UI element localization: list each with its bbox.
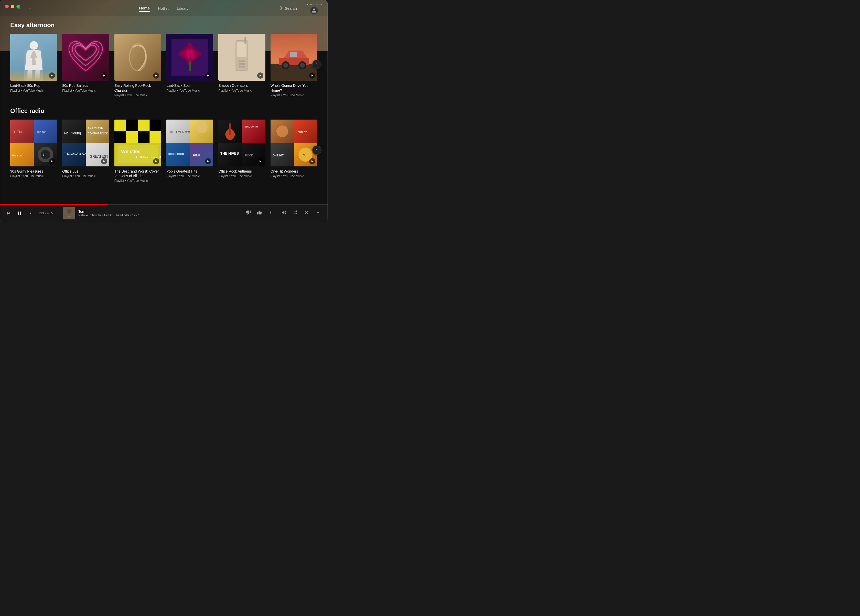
svg-text:PINK: PINK	[193, 154, 201, 157]
svg-marker-35	[259, 75, 261, 77]
card-one-hit-wonders[interactable]: Louretta ONE HIT ☀	[270, 119, 317, 178]
section-office-radio: Office radio LEN Hanson	[10, 107, 317, 183]
card-thumb-covers: Whistles FUNKY DANCE	[115, 119, 161, 167]
svg-rect-2	[30, 41, 38, 50]
close-button[interactable]	[5, 5, 9, 8]
svg-text:THE HIVES: THE HIVES	[220, 152, 239, 156]
svg-marker-21	[207, 75, 209, 77]
svg-text:FUNKY DANCE: FUNKY DANCE	[136, 155, 161, 159]
card-thumb-one-hit: Louretta ONE HIT ☀	[270, 119, 317, 167]
card-title-office-rock: Office Rock Anthems	[218, 169, 265, 174]
card-easy-rolling-pop-rock[interactable]: Easy Rolling Pop-Rock Classics Playlist …	[115, 34, 161, 97]
expand-button[interactable]	[313, 209, 322, 217]
search-icon	[278, 6, 282, 10]
section-title-office-radio: Office radio	[10, 107, 44, 115]
card-thumb-office-rock: AEROSMITH THE HIVES ROCK	[218, 119, 265, 167]
pause-button[interactable]	[16, 209, 24, 217]
svg-text:LEN: LEN	[14, 130, 22, 134]
card-title-90s-guilty: 90s Guilty Pleasures	[10, 169, 57, 174]
like-button[interactable]	[255, 209, 264, 217]
card-smooth-operators[interactable]: Smooth Operators Playlist • YouTube Musi…	[218, 34, 265, 93]
office-radio-cards: LEN Hanson Hanson	[10, 119, 317, 183]
search-area[interactable]: Search	[278, 6, 297, 11]
skip-forward-button[interactable]	[28, 210, 34, 217]
play-btn-office-80s[interactable]	[101, 158, 107, 164]
svg-text:Hanson: Hanson	[12, 154, 22, 157]
play-btn-office-rock[interactable]	[257, 158, 264, 164]
shuffle-button[interactable]	[302, 209, 311, 217]
svg-rect-20	[189, 61, 191, 71]
traffic-lights	[5, 5, 20, 8]
svg-rect-37	[270, 64, 317, 81]
card-subtitle-80s-ballads: Playlist • YouTube Music	[62, 89, 109, 93]
svg-text:Neil Young: Neil Young	[64, 131, 81, 135]
nav-library[interactable]: Library	[177, 5, 188, 11]
card-subtitle-one-hit: Playlist • YouTube Music	[270, 174, 317, 178]
svg-rect-64	[126, 131, 138, 143]
play-btn-one-hit[interactable]	[309, 158, 315, 164]
svg-marker-70	[155, 160, 157, 162]
minimize-button[interactable]	[11, 5, 14, 8]
scroll-right-btn-office[interactable]: ›	[312, 145, 322, 155]
scroll-right-btn-easy[interactable]: ›	[312, 60, 322, 69]
card-thumb-drive	[270, 34, 317, 81]
svg-rect-61	[138, 119, 149, 131]
svg-rect-4	[35, 70, 40, 81]
svg-marker-81	[259, 160, 261, 162]
fullscreen-button[interactable]	[16, 5, 20, 8]
repeat-button[interactable]	[291, 209, 300, 217]
card-whos-gonna-drive[interactable]: Who's Gonna Drive You Home? Playlist • Y…	[270, 34, 317, 97]
play-btn-smooth[interactable]	[257, 72, 264, 79]
card-office-rock-anthems[interactable]: AEROSMITH THE HIVES ROCK	[218, 119, 265, 178]
svg-marker-6	[104, 75, 105, 77]
section-easy-afternoon: Easy afternoon	[10, 22, 317, 97]
card-80s-pop-ballads[interactable]: 80s Pop Ballads Playlist • YouTube Music	[62, 34, 109, 93]
skip-back-button[interactable]	[5, 210, 12, 217]
svg-text:ONE HIT: ONE HIT	[272, 154, 284, 157]
card-laid-back-soul[interactable]: Laid-Back Soul Playlist • YouTube Music	[166, 34, 213, 93]
card-title-office-80s: Office 80s	[62, 169, 109, 174]
play-btn-80s-ballads[interactable]	[101, 72, 107, 79]
card-pops-greatest-hits[interactable]: THE LEMON SONG Back To Basics PINK	[166, 119, 213, 178]
main-content: Easy afternoon	[0, 16, 328, 204]
avatar[interactable]	[310, 6, 318, 14]
card-thumb-pops-greatest: THE LEMON SONG Back To Basics PINK	[166, 119, 213, 167]
svg-marker-87	[311, 160, 313, 162]
card-subtitle-smooth: Playlist • YouTube Music	[218, 89, 265, 93]
more-options-button[interactable]	[266, 209, 275, 217]
nav-hotlist[interactable]: Hotlist	[158, 5, 169, 11]
svg-point-72	[196, 121, 207, 133]
nav-home[interactable]: Home	[139, 5, 150, 12]
card-subtitle-drive: Playlist • YouTube Music	[270, 93, 317, 97]
card-subtitle-office-rock: Playlist • YouTube Music	[218, 174, 265, 178]
svg-marker-75	[207, 160, 209, 162]
progress-bar-fill	[0, 204, 108, 205]
card-90s-guilty-pleasures[interactable]: LEN Hanson Hanson	[10, 119, 57, 178]
svg-rect-39	[290, 52, 297, 57]
svg-rect-25	[245, 37, 246, 44]
search-label: Search	[285, 6, 297, 11]
volume-button[interactable]	[279, 209, 289, 217]
card-subtitle-pops-greatest: Playlist • YouTube Music	[166, 174, 213, 178]
svg-point-31	[243, 63, 245, 65]
svg-rect-62	[149, 119, 161, 131]
dislike-button[interactable]	[244, 209, 253, 217]
forward-button[interactable]: →	[26, 5, 34, 12]
card-best-worst-covers[interactable]: Whistles FUNKY DANCE The Best (and Worst…	[115, 119, 161, 183]
svg-point-0	[279, 7, 282, 9]
early-access-label: EARLY ACCESS	[306, 3, 322, 6]
svg-text:COMBAT ROCK: COMBAT ROCK	[88, 132, 108, 135]
card-office-80s[interactable]: Neil Young THE CLASHCOMBAT ROCK THE LUXU…	[62, 119, 109, 178]
svg-point-27	[241, 60, 243, 62]
section-header-easy-afternoon: Easy afternoon	[10, 22, 317, 29]
card-laid-back-80s-pop[interactable]: Laid-Back 80s Pop Playlist • YouTube Mus…	[10, 34, 57, 93]
svg-point-33	[241, 66, 243, 68]
play-btn-covers[interactable]	[153, 158, 159, 164]
card-subtitle-covers: Playlist • YouTube Music	[115, 179, 161, 182]
progress-bar-container[interactable]	[0, 204, 328, 205]
card-title-laid-back-80s: Laid-Back 80s Pop	[10, 83, 57, 88]
card-subtitle-90s-guilty: Playlist • YouTube Music	[10, 174, 57, 178]
svg-text:Back To Basics: Back To Basics	[168, 152, 184, 155]
player-actions	[244, 209, 275, 217]
svg-point-82	[276, 126, 288, 137]
